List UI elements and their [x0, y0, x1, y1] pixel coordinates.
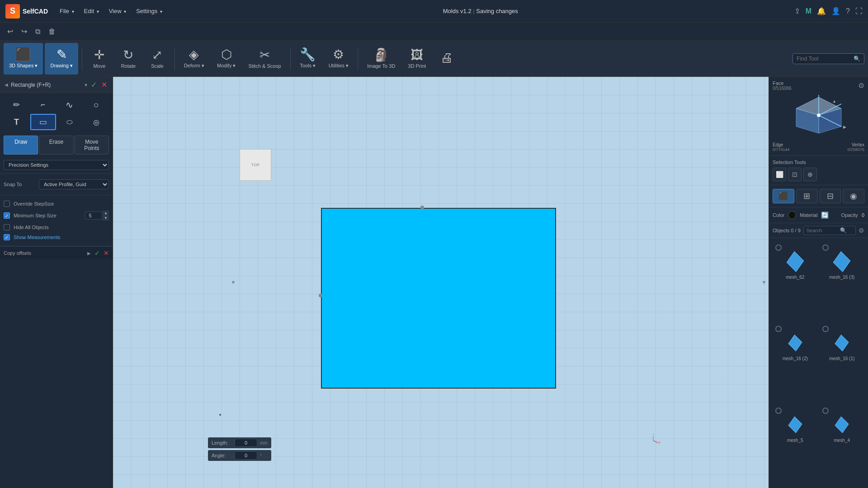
fullscreen-icon[interactable]: ⛶: [855, 7, 863, 15]
scroll-right-arrow[interactable]: ▼: [761, 279, 767, 286]
precision-settings-dropdown[interactable]: Precision Settings: [4, 160, 109, 170]
scroll-left-arrow[interactable]: ▼: [231, 279, 236, 286]
draw-tool-pen[interactable]: ✏: [4, 97, 29, 113]
menu-settings[interactable]: Settings ▾: [132, 6, 167, 16]
mode-erase-button[interactable]: Erase: [39, 136, 73, 155]
copy-offsets-confirm-button[interactable]: ✓: [94, 249, 100, 257]
object-item-mesh5[interactable]: mesh_5: [773, 405, 818, 484]
menu-view[interactable]: View ▾: [104, 6, 131, 16]
objects-settings-icon[interactable]: ⚙: [859, 227, 864, 234]
tool-scale[interactable]: ⤢ Scale: [144, 43, 171, 75]
length-input[interactable]: [235, 439, 257, 447]
user-m-icon[interactable]: M: [806, 7, 811, 15]
tool-move[interactable]: ✛ Move: [86, 43, 113, 75]
help-icon[interactable]: ?: [846, 7, 850, 15]
angle-unit: °: [260, 453, 262, 458]
panel-close-button[interactable]: ✕: [100, 80, 108, 90]
draw-tool-arc-circle[interactable]: ◎: [83, 114, 109, 130]
main-drawing-rect[interactable]: [321, 208, 556, 389]
copy-offsets-label: Copy offsets: [4, 250, 84, 256]
minimum-step-input[interactable]: [85, 211, 102, 220]
draw-tool-ellipse[interactable]: ⬭: [57, 114, 83, 130]
canvas-area[interactable]: TOP ▼ ▼ Y X Length: mm: [113, 77, 769, 488]
mode-draw-button[interactable]: Draw: [4, 136, 38, 155]
panel-confirm-button[interactable]: ✓: [90, 80, 98, 90]
object-item-mesh4[interactable]: mesh_4: [820, 405, 865, 484]
mesh5-radio[interactable]: [775, 408, 782, 414]
mesh16-2-radio[interactable]: [775, 326, 782, 332]
color-picker[interactable]: [788, 211, 796, 219]
tool-tools[interactable]: 🔧 Tools ▾: [294, 43, 321, 75]
find-tool-input[interactable]: [797, 56, 851, 62]
mesh16-1-radio[interactable]: [822, 326, 829, 332]
measurements-panel: Length: mm Angle: °: [208, 437, 271, 461]
mode-move-points-button[interactable]: Move Points: [75, 136, 109, 155]
collapse-panel-icon[interactable]: ◀: [5, 82, 8, 87]
tool-modify[interactable]: ⬡ Modify ▾: [212, 43, 241, 75]
tool-rotate[interactable]: ↻ Rotate: [115, 43, 142, 75]
tool-image-to-3d[interactable]: 🖼 3D Print: [402, 43, 431, 75]
snap-to-dropdown[interactable]: Active Profile, Guid Grid None: [39, 179, 109, 189]
tools-label: Tools ▾: [300, 63, 316, 69]
objects-search-input[interactable]: [807, 228, 838, 233]
mesh62-radio[interactable]: [775, 244, 782, 251]
hide-all-objects-checkbox[interactable]: [4, 224, 10, 230]
mesh4-radio[interactable]: [822, 408, 829, 414]
copy-button[interactable]: ⧉: [32, 26, 44, 38]
object-item-mesh62[interactable]: mesh_62: [773, 242, 818, 321]
modify-icon: ⬡: [221, 48, 232, 61]
notifications-icon[interactable]: 🔔: [817, 7, 826, 15]
tool-drawing[interactable]: ✎ Drawing ▾: [45, 43, 78, 75]
mesh4-thumbnail: [830, 416, 854, 436]
solid-shape-button[interactable]: ⬛: [773, 189, 794, 203]
angle-input[interactable]: [235, 451, 257, 460]
precision-settings-section: Precision Settings: [0, 156, 113, 174]
tool-stitch-scoop[interactable]: ✂ Stitch & Scoop: [243, 43, 286, 75]
deform-label: Deform ▾: [184, 63, 204, 69]
menu-edit[interactable]: Edit ▾: [80, 6, 104, 16]
copy-offsets-expand-icon[interactable]: ▶: [87, 251, 91, 256]
user-icon[interactable]: 👤: [831, 7, 840, 15]
copy-offsets-row: Copy offsets ▶ ✓ ✕: [0, 246, 113, 259]
tool-3d-print[interactable]: 🖨: [433, 43, 460, 75]
object-item-mesh16-3[interactable]: mesh_16 (3): [820, 242, 865, 321]
minimum-step-checkbox[interactable]: [4, 212, 10, 219]
scale-icon: ⤢: [152, 49, 162, 61]
outline-shape-button[interactable]: ⊟: [820, 189, 841, 203]
sel-edge-icon[interactable]: ⊡: [788, 168, 802, 181]
object-item-mesh16-2[interactable]: mesh_16 (2): [773, 323, 818, 403]
tool-deform[interactable]: ◈ Deform ▾: [179, 43, 210, 75]
left-panel: ◀ Rectangle (F+R) ▾ ✓ ✕ ✏ ⌐ ∿ ○ T ▭ ⬭ ◎ …: [0, 77, 113, 488]
show-measurements-row: Show Measurements: [4, 232, 109, 242]
menu-file[interactable]: File ▾: [55, 6, 79, 16]
tool-utilities[interactable]: ⚙ Utilities ▾: [323, 43, 354, 75]
top-bar: S SelfCAD File ▾ Edit ▾ View ▾ Settings …: [0, 0, 868, 23]
copy-offsets-close-button[interactable]: ✕: [104, 249, 109, 257]
sel-face-icon[interactable]: ⬜: [773, 168, 786, 181]
sel-vertex-icon[interactable]: ⊕: [803, 168, 817, 181]
wire-shape-button[interactable]: ⊞: [796, 189, 818, 203]
draw-tool-circle[interactable]: ○: [83, 97, 109, 113]
panel-dropdown-icon[interactable]: ▾: [85, 82, 87, 88]
share-icon[interactable]: ⇪: [794, 7, 800, 15]
draw-tool-curve[interactable]: ∿: [57, 97, 83, 113]
step-spin-up[interactable]: ▲: [103, 211, 109, 216]
mesh16-3-radio[interactable]: [822, 244, 829, 251]
override-stepsize-checkbox[interactable]: [4, 201, 10, 207]
redo-button[interactable]: ↪: [18, 25, 31, 38]
tool-3d-shapes[interactable]: ⬛ 3D Shapes ▾: [4, 43, 43, 75]
delete-button[interactable]: 🗑: [45, 26, 59, 38]
step-spin-down[interactable]: ▼: [103, 216, 109, 221]
point-shape-button[interactable]: ◉: [843, 189, 864, 203]
show-measurements-checkbox[interactable]: [4, 234, 10, 240]
object-item-mesh16-1[interactable]: mesh_16 (1): [820, 323, 865, 403]
draw-tool-corner-rect[interactable]: ⌐: [30, 97, 56, 113]
tool-sculpting[interactable]: 🗿 Image To 3D: [362, 43, 401, 75]
undo-button[interactable]: ↩: [4, 25, 17, 38]
app-logo[interactable]: S SelfCAD: [5, 4, 48, 19]
settings-gear-icon[interactable]: ⚙: [858, 81, 864, 90]
color-material-row: Color Material 🔄 Opacity 0: [769, 207, 868, 223]
draw-tool-rect[interactable]: ▭: [30, 114, 56, 130]
draw-tool-text[interactable]: T: [4, 114, 29, 130]
material-icon[interactable]: 🔄: [821, 211, 829, 219]
